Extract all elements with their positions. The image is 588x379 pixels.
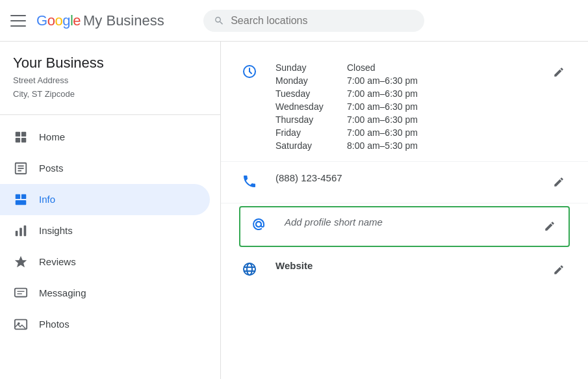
day-hours: 7:00 am–6:30 pm <box>347 114 451 125</box>
profile-short-edit-button[interactable] <box>541 218 558 237</box>
svg-rect-10 <box>16 200 27 205</box>
svg-marker-14 <box>15 255 27 267</box>
sidebar-item-photos[interactable]: Photos <box>0 309 210 340</box>
svg-point-24 <box>244 263 255 275</box>
sidebar-item-photos-label: Photos <box>39 319 70 330</box>
business-address: Street Address City, ST Zipcode <box>13 74 207 101</box>
website-edit-button[interactable] <box>550 261 567 280</box>
sidebar-item-insights[interactable]: Insights <box>0 215 210 246</box>
day-name: Thursday <box>275 114 347 125</box>
sidebar-item-home-label: Home <box>39 131 65 142</box>
phone-row: (888) 123-4567 <box>221 162 588 203</box>
profile-short-edit[interactable] <box>541 216 558 237</box>
home-icon <box>13 129 29 145</box>
website-icon <box>242 260 268 277</box>
sidebar-item-info[interactable]: Info <box>0 184 210 215</box>
sidebar-item-messaging-label: Messaging <box>39 287 86 298</box>
hours-content: SundayClosedMonday7:00 am–6:30 pmTuesday… <box>268 62 550 151</box>
clock-icon <box>242 62 268 79</box>
day-name: Monday <box>275 75 347 86</box>
posts-icon <box>13 161 29 176</box>
svg-rect-11 <box>16 231 18 236</box>
svg-rect-12 <box>19 228 22 236</box>
sidebar-item-posts-label: Posts <box>39 163 64 174</box>
app-header: Google My Business <box>0 0 588 42</box>
phone-edit-button[interactable] <box>550 174 567 192</box>
svg-rect-13 <box>24 225 27 236</box>
mybusiness-label: My Business <box>83 12 164 29</box>
reviews-icon <box>13 254 29 270</box>
business-name: Your Business <box>13 55 207 72</box>
hours-table: SundayClosedMonday7:00 am–6:30 pmTuesday… <box>275 62 543 151</box>
sidebar-item-reviews-label: Reviews <box>39 256 76 267</box>
website-row: Website <box>221 250 588 291</box>
day-hours: 7:00 am–6:30 pm <box>347 127 451 138</box>
sidebar-item-home[interactable]: Home <box>0 122 210 153</box>
business-info: Your Business Street Address City, ST Zi… <box>0 55 220 115</box>
search-bar[interactable] <box>203 10 424 32</box>
svg-rect-3 <box>21 138 26 142</box>
sidebar-item-info-label: Info <box>39 194 55 205</box>
svg-rect-9 <box>21 194 26 198</box>
svg-point-25 <box>247 263 252 275</box>
hamburger-menu-icon[interactable] <box>10 15 26 27</box>
google-wordmark: Google <box>36 12 81 29</box>
phone-icon <box>242 172 268 189</box>
website-label: Website <box>275 260 313 271</box>
phone-content: (888) 123-4567 <box>268 172 550 183</box>
sidebar-nav: Home Posts <box>0 115 220 346</box>
phone-edit[interactable] <box>550 172 567 192</box>
main-layout: Your Business Street Address City, ST Zi… <box>0 42 588 379</box>
svg-line-22 <box>249 72 251 73</box>
svg-rect-2 <box>16 138 20 142</box>
sidebar-item-posts[interactable]: Posts <box>0 153 210 184</box>
day-name: Wednesday <box>275 101 347 112</box>
sidebar-item-messaging[interactable]: Messaging <box>0 278 210 309</box>
day-name: Friday <box>275 127 347 138</box>
search-input[interactable] <box>231 15 414 27</box>
profile-short-content: Add profile short name <box>277 216 541 228</box>
info-icon <box>13 192 29 207</box>
website-edit[interactable] <box>550 260 567 280</box>
sidebar: Your Business Street Address City, ST Zi… <box>0 42 221 379</box>
content-area: SundayClosedMonday7:00 am–6:30 pmTuesday… <box>221 42 588 379</box>
phone-number: (888) 123-4567 <box>275 172 342 183</box>
svg-rect-8 <box>16 194 20 198</box>
hours-edit-button[interactable] <box>550 64 567 83</box>
insights-icon <box>13 223 29 239</box>
sidebar-item-reviews[interactable]: Reviews <box>0 246 210 278</box>
hours-edit[interactable] <box>550 62 567 83</box>
day-hours: 7:00 am–6:30 pm <box>347 75 451 86</box>
app-logo: Google My Business <box>36 12 164 29</box>
day-name: Tuesday <box>275 88 347 99</box>
hours-row: SundayClosedMonday7:00 am–6:30 pmTuesday… <box>221 52 588 162</box>
day-hours: 7:00 am–6:30 pm <box>347 88 451 99</box>
at-icon <box>251 216 277 232</box>
svg-rect-0 <box>16 131 20 136</box>
messaging-icon <box>13 285 29 301</box>
website-content: Website <box>268 260 550 271</box>
day-name: Saturday <box>275 140 347 151</box>
profile-short-row[interactable]: Add profile short name <box>239 206 570 247</box>
svg-rect-1 <box>21 131 26 136</box>
svg-rect-15 <box>15 288 27 296</box>
day-hours: 8:00 am–5:30 pm <box>347 140 451 151</box>
day-hours: Closed <box>347 62 451 73</box>
search-icon <box>214 15 224 27</box>
sidebar-item-insights-label: Insights <box>39 225 73 236</box>
day-name: Sunday <box>275 62 347 73</box>
profile-short-label: Add profile short name <box>285 216 383 228</box>
day-hours: 7:00 am–6:30 pm <box>347 101 451 112</box>
photos-icon <box>13 317 29 332</box>
